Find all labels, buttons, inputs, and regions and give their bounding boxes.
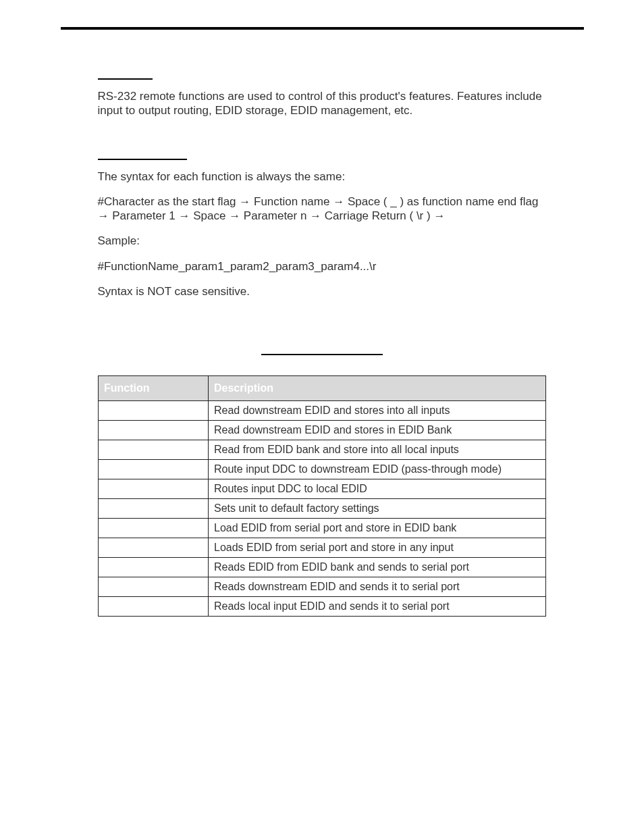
function-cell: #LOEDIDTOLO xyxy=(99,538,209,558)
description-cell: Reads downstream EDID and sends it to se… xyxy=(209,577,546,597)
table-row: #LOEDIDTOBA Load EDID from serial port a… xyxy=(99,519,546,538)
page: RS-232 SERIAL CONTROL INTERFACE Function… xyxy=(0,0,644,834)
function-cell: #EDIDDSTOBA xyxy=(99,421,209,440)
table-row: #EDIDDSTOALL Read downstream EDID and st… xyxy=(99,401,546,421)
function-cell: #EDIDBATOALL xyxy=(99,440,209,460)
table-header-row: Function Description xyxy=(99,376,546,401)
syntax-flow: #Character as the start flag → Function … xyxy=(98,194,547,224)
page-number: 15 xyxy=(0,772,644,783)
edid-table: Function Description #EDIDDSTOALL Read d… xyxy=(98,375,546,617)
description-cell: Read downstream EDID and stores into all… xyxy=(209,401,546,421)
table-row: #EDIDDSTOBA Read downstream EDID and sto… xyxy=(99,421,546,440)
function-cell: #DEFAULT xyxy=(99,499,209,519)
syntax-sample-code: #FunctionName_param1_param2_param3_param… xyxy=(98,259,547,273)
syntax-note: Syntax is NOT case sensitive. xyxy=(98,284,547,298)
description-cell: Reads local input EDID and sends it to s… xyxy=(209,597,546,617)
functions-heading: Functions xyxy=(98,65,153,80)
table-row: #DEFAULT Sets unit to default factory se… xyxy=(99,499,546,519)
table-row: #DDCTODS Route input DDC to downstream E… xyxy=(99,460,546,479)
function-cell: #LOEDIDTOBA xyxy=(99,519,209,538)
syntax-sample-label: Sample: xyxy=(98,234,547,248)
description-cell: Load EDID from serial port and store in … xyxy=(209,519,546,538)
description-cell: Routes input DDC to local EDID xyxy=(209,479,546,499)
description-cell: Route input DDC to downstream EDID (pass… xyxy=(209,460,546,479)
function-cell: #EDIDDSTOALL xyxy=(99,401,209,421)
description-cell: Sets unit to default factory settings xyxy=(209,499,546,519)
table-row: #EDIDBATOALL Read from EDID bank and sto… xyxy=(99,440,546,460)
description-cell: Read from EDID bank and store into all l… xyxy=(209,440,546,460)
function-cell: #DDCTOLO xyxy=(99,479,209,499)
table-row: #PRBAEDID Reads EDID from EDID bank and … xyxy=(99,558,546,577)
description-cell: Reads EDID from EDID bank and sends to s… xyxy=(209,558,546,577)
edid-heading-rule xyxy=(261,354,383,355)
functions-paragraph: RS-232 remote functions are used to cont… xyxy=(98,89,547,118)
syntax-intro: The syntax for each function is always t… xyxy=(98,170,547,184)
header-rule xyxy=(61,27,584,30)
document-title: RS-232 SERIAL CONTROL INTERFACE xyxy=(61,34,584,47)
description-cell: Read downstream EDID and stores in EDID … xyxy=(209,421,546,440)
syntax-heading: Function Syntax xyxy=(98,145,187,160)
col-function: Function xyxy=(99,376,209,401)
function-cell: #PRBAEDID xyxy=(99,558,209,577)
function-cell: #DDCTODS xyxy=(99,460,209,479)
function-cell: #PRLOEDID xyxy=(99,597,209,617)
col-description: Description xyxy=(209,376,546,401)
edid-heading: EDID Management xyxy=(98,339,547,353)
table-row: #PRLOEDID Reads local input EDID and sen… xyxy=(99,597,546,617)
function-cell: #PRDSEDID xyxy=(99,577,209,597)
description-cell: Loads EDID from serial port and store in… xyxy=(209,538,546,558)
table-row: #PRDSEDID Reads downstream EDID and send… xyxy=(99,577,546,597)
content-area: Functions RS-232 remote functions are us… xyxy=(98,47,547,617)
table-row: #LOEDIDTOLO Loads EDID from serial port … xyxy=(99,538,546,558)
table-row: #DDCTOLO Routes input DDC to local EDID xyxy=(99,479,546,499)
